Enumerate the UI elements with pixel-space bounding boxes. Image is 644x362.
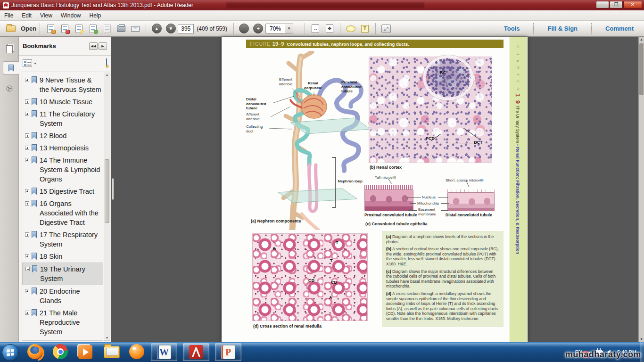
zoom-out-button[interactable]: – — [238, 23, 250, 35]
menu-help[interactable]: Help — [85, 11, 106, 20]
fit-page-button[interactable]: ✥ — [323, 23, 336, 35]
collapse-panel-button[interactable]: ◀◀ — [89, 42, 98, 50]
sticky-note-icon: T — [361, 25, 369, 33]
sticky-note-button[interactable]: T — [359, 23, 371, 35]
new-bookmark-button[interactable]: ★ — [106, 59, 107, 67]
taskbar-gom-player[interactable] — [129, 344, 145, 360]
options-dropdown-arrow-icon[interactable]: ▼ — [33, 62, 37, 65]
sign-document-button[interactable] — [73, 23, 85, 35]
taskbar-chrome[interactable] — [53, 344, 69, 360]
tools-link[interactable]: Tools — [494, 25, 530, 32]
email-button[interactable] — [129, 23, 141, 35]
taskbar-powerpoint-button[interactable]: P — [215, 343, 241, 361]
open-label[interactable]: Open — [21, 25, 36, 32]
bookmark-item[interactable]: 19 The Urinary System — [22, 263, 103, 285]
expand-plus-icon[interactable] — [25, 158, 29, 162]
expand-plus-icon[interactable] — [25, 311, 29, 315]
menu-file[interactable]: File — [0, 11, 17, 20]
open-button[interactable] — [5, 23, 17, 35]
save-floppy-icon — [104, 25, 111, 33]
document-scrollbar[interactable]: ▲ ▼ — [638, 37, 644, 342]
fullscreen-button[interactable]: ⤢ — [380, 23, 392, 35]
save-copy-button[interactable] — [44, 23, 57, 35]
maximize-button[interactable]: ❐ — [610, 1, 623, 8]
fit-page-icon: ✥ — [326, 25, 333, 33]
proximal-epithelium-art — [364, 189, 413, 211]
bookmark-item[interactable]: 9 Nerve Tissue & the Nervous System — [22, 74, 103, 96]
expand-plus-icon[interactable] — [25, 267, 30, 271]
bookmarks-tab[interactable] — [3, 61, 19, 74]
bookmark-options-icon[interactable] — [23, 59, 32, 67]
comment-link[interactable]: Comment — [595, 25, 644, 32]
expand-plus-icon[interactable] — [25, 133, 29, 138]
expand-plus-icon[interactable] — [25, 78, 29, 82]
taskbar-word-button[interactable]: W — [151, 343, 177, 361]
zoom-in-button[interactable]: + — [252, 23, 264, 35]
nephron-diagram-art — [245, 51, 372, 230]
minimize-button[interactable]: — — [596, 1, 609, 8]
next-page-button[interactable]: ▼ — [165, 23, 177, 35]
fit-width-button[interactable]: ↔ — [309, 23, 322, 35]
bookmarks-scrollbar[interactable]: ▲ ▼ — [104, 72, 110, 341]
bookmark-item[interactable]: 15 Digestive Tract — [22, 185, 103, 197]
expand-plus-icon[interactable] — [25, 112, 29, 116]
label-short-sparse-microvilli: Short, sparse microvilli — [446, 178, 483, 183]
doc-scroll-down-icon[interactable]: ▼ — [639, 337, 644, 341]
menu-view[interactable]: View — [36, 11, 57, 20]
bookmark-item[interactable]: 21 The Male Reproductive System — [22, 307, 103, 338]
distal-epithelium-art — [447, 192, 495, 211]
expand-plus-icon[interactable] — [25, 99, 29, 104]
expand-plus-icon[interactable] — [25, 201, 29, 206]
attachments-tab[interactable]: ✇ — [3, 82, 16, 95]
media-player-icon — [78, 345, 92, 359]
bookmark-flag-icon — [32, 132, 37, 139]
menu-edit[interactable]: Edit — [17, 11, 36, 20]
scroll-down-icon[interactable]: ▼ — [104, 336, 110, 339]
page-number-input[interactable] — [178, 24, 194, 33]
menu-window[interactable]: Window — [57, 11, 85, 20]
bookmark-flag-icon — [32, 231, 37, 238]
bookmark-item[interactable]: 17 The Respiratory System — [22, 229, 103, 250]
renal-medulla-micrograph: ATTCDCDA — [252, 233, 368, 321]
taskbar-adobe-reader-button[interactable] — [183, 343, 209, 361]
close-button[interactable]: ✕ — [623, 1, 642, 8]
export-pdf-button[interactable] — [58, 23, 71, 35]
expand-plus-icon[interactable] — [25, 189, 29, 193]
bookmark-item[interactable]: 20 Endocrine Glands — [22, 285, 103, 307]
taskbar-explorer[interactable] — [104, 344, 120, 360]
expand-panel-button[interactable]: ▶ — [99, 42, 107, 50]
upload-cloud-button[interactable] — [87, 23, 99, 35]
start-button[interactable] — [2, 344, 18, 360]
zoom-dropdown-arrow-icon[interactable]: ▼ — [285, 24, 293, 33]
panel-resize-grip[interactable] — [112, 178, 114, 200]
fill-sign-link[interactable]: Fill & Sign — [537, 25, 588, 32]
previous-page-button[interactable]: ▲ — [150, 23, 163, 35]
document-scrollbar-thumb[interactable] — [639, 43, 644, 95]
doc-scroll-up-icon[interactable]: ▲ — [639, 38, 644, 41]
bookmark-flag-icon — [32, 144, 37, 151]
expand-plus-icon[interactable] — [25, 289, 29, 293]
bookmark-item[interactable]: 11 The Circulatory System — [22, 108, 103, 130]
taskbar-media-player[interactable] — [78, 344, 94, 360]
section-title: Renal Function: Filtration, Secretion, &… — [515, 147, 520, 254]
bookmark-label: 12 Blood — [40, 131, 66, 140]
chapter-word: C H A P T E R — [516, 45, 520, 92]
show-desktop-button[interactable] — [640, 342, 644, 362]
scroll-up-icon[interactable]: ▲ — [104, 73, 110, 76]
expand-plus-icon[interactable] — [25, 232, 29, 237]
bookmark-item[interactable]: 14 The Immune System & Lymphoid Organs — [22, 154, 103, 185]
taskbar-firefox[interactable] — [27, 344, 43, 360]
bookmark-item[interactable]: 12 Blood — [22, 130, 103, 142]
save-button[interactable] — [101, 23, 113, 35]
page-thumbnails-tab[interactable] — [3, 42, 16, 56]
comment-bubble-button[interactable] — [345, 23, 357, 35]
bookmark-item[interactable]: 16 Organs Associated with the Digestive … — [22, 197, 103, 229]
zoom-level-select[interactable]: 70% ▼ — [265, 24, 293, 33]
expand-plus-icon[interactable] — [25, 254, 29, 258]
expand-plus-icon[interactable] — [25, 146, 29, 150]
bookmark-item[interactable]: 18 Skin — [22, 250, 103, 263]
print-button[interactable] — [115, 23, 127, 35]
bookmark-item[interactable]: 13 Hemopoiesis — [22, 142, 103, 154]
bookmarks-scrollbar-thumb[interactable] — [105, 159, 109, 223]
bookmark-item[interactable]: 10 Muscle Tissue — [22, 96, 103, 108]
